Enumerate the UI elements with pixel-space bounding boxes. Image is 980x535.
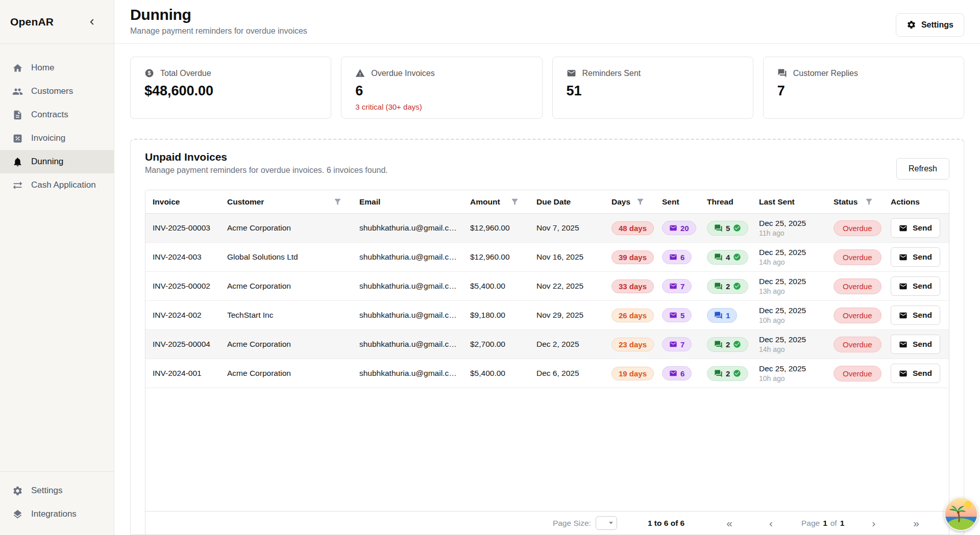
days-badge: 23 days	[611, 338, 654, 351]
card-subtitle: Manage payment reminders for overdue inv…	[145, 166, 388, 175]
chat-bubbles-icon	[714, 253, 723, 262]
envelope-icon	[899, 340, 908, 349]
send-button[interactable]: Send	[891, 305, 940, 325]
current-page: 1	[823, 519, 827, 528]
sidebar-spacer	[0, 197, 114, 471]
stat-card-customer-replies: Customer Replies 7	[763, 57, 964, 119]
cell-last-sent: Dec 25, 2025 11h ago	[752, 214, 826, 242]
page-indicator: Page 1 of 1	[801, 519, 844, 528]
people-icon	[12, 86, 23, 97]
cell-invoice: INV-2025-00002	[145, 272, 220, 300]
envelope-icon	[899, 253, 908, 262]
page-subtitle: Manage payment reminders for overdue inv…	[130, 27, 307, 36]
col-header-days: Days	[604, 190, 655, 213]
refresh-button[interactable]: Refresh	[896, 158, 949, 180]
cell-invoice: INV-2025-00004	[145, 330, 220, 359]
page-size-label: Page Size:	[553, 519, 591, 528]
chat-bubbles-icon	[714, 340, 723, 349]
envelope-icon	[899, 224, 908, 233]
filter-icon[interactable]	[865, 197, 873, 206]
stats-row: $ Total Overdue $48,600.00 Overdue Invoi…	[130, 57, 964, 119]
envelope-icon	[669, 282, 677, 290]
cell-invoice: INV-2025-00003	[145, 214, 220, 242]
filter-icon[interactable]	[333, 197, 342, 206]
days-badge: 26 days	[611, 309, 654, 322]
check-circle-icon	[733, 340, 741, 348]
send-button[interactable]: Send	[891, 247, 940, 267]
sidebar-item-integrations[interactable]: Integrations	[0, 502, 114, 526]
table-row: INV-2024-002 TechStart Inc shubhkathuria…	[145, 301, 949, 330]
check-circle-icon	[733, 253, 741, 261]
thread-badge: 2	[707, 279, 748, 294]
thread-badge: 2	[707, 337, 748, 352]
send-button[interactable]: Send	[891, 276, 940, 296]
envelope-icon	[899, 311, 908, 320]
status-badge: Overdue	[834, 249, 881, 265]
sidebar-item-customers[interactable]: Customers	[0, 80, 114, 103]
row-range-text: 1 to 6 of 6	[648, 519, 684, 528]
cell-amount: $12,960.00	[463, 214, 529, 242]
status-badge: Overdue	[834, 366, 881, 381]
days-badge: 48 days	[611, 221, 654, 235]
filter-icon[interactable]	[510, 197, 519, 206]
palm-island-badge[interactable]	[944, 497, 978, 531]
table-row: INV-2025-00003 Acme Corporation shubhkat…	[145, 214, 949, 243]
collapse-sidebar-button[interactable]	[87, 17, 96, 27]
send-button[interactable]: Send	[891, 335, 940, 354]
cell-customer: Acme Corporation	[220, 359, 352, 388]
gear-icon	[12, 486, 23, 496]
send-button[interactable]: Send	[891, 218, 940, 238]
sidebar-header: OpenAR	[0, 0, 114, 44]
cell-last-sent: Dec 25, 2025 10h ago	[752, 359, 826, 388]
last-page-icon[interactable]: »	[913, 518, 919, 528]
envelope-icon	[669, 253, 677, 261]
table-row: INV-2024-001 Acme Corporation shubhkathu…	[145, 359, 949, 388]
filter-icon[interactable]	[636, 197, 645, 206]
first-page-icon[interactable]: «	[726, 518, 732, 528]
status-badge: Overdue	[834, 337, 881, 352]
sidebar-item-invoicing[interactable]: Invoicing	[0, 126, 114, 150]
cell-due-date: Nov 29, 2025	[529, 301, 604, 329]
sidebar-item-dunning[interactable]: Dunning	[0, 150, 114, 173]
next-page-icon[interactable]: ›	[872, 518, 875, 528]
col-header-customer: Customer	[220, 190, 352, 213]
cell-last-sent: Dec 25, 2025 14h ago	[752, 243, 826, 271]
col-header-sent: Sent	[655, 190, 700, 213]
send-button[interactable]: Send	[891, 364, 940, 383]
page-header: Dunning Manage payment reminders for ove…	[114, 0, 980, 44]
total-pages: 1	[840, 519, 845, 528]
cell-due-date: Nov 22, 2025	[529, 272, 604, 300]
thread-badge: 5	[707, 221, 748, 236]
cell-due-date: Nov 7, 2025	[529, 214, 604, 242]
cell-amount: $12,960.00	[463, 243, 529, 271]
sidebar-item-home[interactable]: Home	[0, 56, 114, 80]
sidebar-item-cash-application[interactable]: Cash Application	[0, 173, 114, 197]
cell-due-date: Nov 16, 2025	[529, 243, 604, 271]
col-header-email: Email	[352, 190, 463, 213]
card-title: Unpaid Invoices	[145, 151, 388, 163]
main-area: Dunning Manage payment reminders for ove…	[114, 0, 980, 535]
sidebar: OpenAR Home Customers Contracts Invoicin…	[0, 0, 114, 535]
check-circle-icon	[733, 224, 741, 232]
layers-icon	[12, 509, 23, 520]
page-title: Dunning	[130, 6, 307, 23]
table-header-row: Invoice Customer Email Amount Due Date	[145, 190, 949, 214]
sent-badge: 20	[662, 221, 696, 235]
chat-bubbles-icon	[714, 224, 723, 233]
thread-badge: 4	[707, 250, 748, 265]
sent-badge: 7	[662, 337, 692, 351]
settings-button[interactable]: Settings	[896, 13, 964, 37]
card-header: Unpaid Invoices Manage payment reminders…	[145, 151, 949, 180]
chat-bubbles-icon	[714, 369, 723, 378]
cell-customer: Global Solutions Ltd	[220, 243, 352, 271]
prev-page-icon[interactable]: ‹	[769, 518, 773, 528]
page-size-select[interactable]	[596, 516, 617, 530]
envelope-icon	[567, 68, 576, 78]
warning-triangle-icon	[355, 68, 365, 78]
cell-email: shubhkathuria.u@gmail.c…	[352, 301, 463, 329]
cell-invoice: INV-2024-003	[145, 243, 220, 271]
palm-island-icon	[944, 497, 978, 531]
sidebar-item-settings[interactable]: Settings	[0, 479, 114, 502]
sent-badge: 7	[662, 279, 692, 293]
sidebar-item-contracts[interactable]: Contracts	[0, 103, 114, 126]
